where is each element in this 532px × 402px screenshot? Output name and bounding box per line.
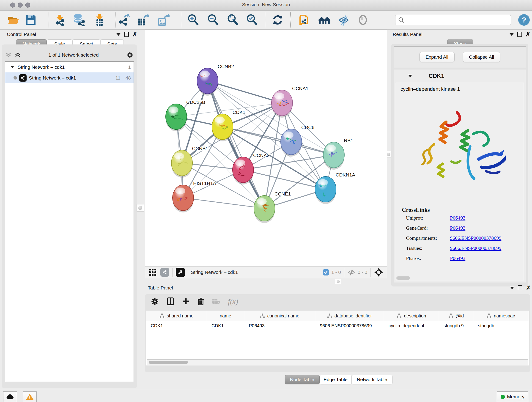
table-settings-gear-icon[interactable] <box>151 298 159 305</box>
edge-CCNB2-CCNE1[interactable] <box>208 81 264 208</box>
cloud-status-button[interactable] <box>3 391 17 402</box>
zoom-fit-button[interactable] <box>226 13 239 26</box>
expand-all-icon[interactable] <box>15 52 21 58</box>
network-canvas[interactable]: CCNB2CCNA1CDC25BCDK1CDC6RB1CCNB1CCNA2CDK… <box>145 30 387 278</box>
import-network-database-button[interactable] <box>72 13 85 26</box>
tab-node-table[interactable]: Node Table <box>285 375 320 384</box>
table-header-row: shared namenamecanonical namedatabase id… <box>146 311 529 321</box>
network-graph[interactable]: CCNB2CCNA1CDC25BCDK1CDC6RB1CCNB1CCNA2CDK… <box>145 30 387 266</box>
network-collection-row[interactable]: String Network – cdk1 1 <box>5 62 133 72</box>
delete-column-icon[interactable] <box>197 297 204 306</box>
tab-edge-table[interactable]: Edge Table <box>320 375 352 384</box>
help-button[interactable]: ? <box>518 14 530 26</box>
zoom-out-button[interactable] <box>207 13 220 26</box>
edge-CDK1-RB1[interactable] <box>222 127 334 155</box>
tab-network-table[interactable]: Network Table <box>352 375 393 384</box>
crosslink-link[interactable]: 9606.ENSP00000378699 <box>450 245 501 251</box>
import-network-file-button[interactable] <box>54 13 66 26</box>
network-overview-icon[interactable] <box>160 268 169 277</box>
column-tree-icon <box>159 313 165 318</box>
node-CCNB2[interactable]: CCNB2 <box>197 64 234 96</box>
panel-float-icon[interactable] <box>124 32 129 37</box>
panel-float-icon[interactable] <box>517 32 522 37</box>
table-horizontal-scrollbar[interactable] <box>147 359 528 365</box>
crosslink-link[interactable]: P06493 <box>450 215 465 221</box>
panel-collapse-icon[interactable] <box>510 287 514 289</box>
memory-button[interactable]: Memory <box>497 391 528 402</box>
column-header-canonical-name[interactable]: canonical name <box>244 311 315 321</box>
open-session-button[interactable] <box>7 13 20 26</box>
column-header-shared-name[interactable]: shared name <box>146 311 207 321</box>
open-folder-icon <box>7 14 19 26</box>
table-row[interactable]: CDK1CDK1P064939606.ENSP00000378699cyclin… <box>146 321 529 331</box>
add-column-icon[interactable] <box>182 298 190 305</box>
search-box[interactable] <box>395 15 511 25</box>
node-label-CCNB2: CCNB2 <box>218 64 234 69</box>
collection-expand-icon[interactable] <box>11 66 14 68</box>
node-RB1[interactable]: RB1 <box>323 138 353 170</box>
gear-icon[interactable] <box>127 51 133 58</box>
open-in-new-icon[interactable] <box>176 268 185 277</box>
show-columns-icon[interactable] <box>167 297 174 306</box>
export-table-button[interactable] <box>137 13 149 26</box>
column-header-database-identifier[interactable]: database identifier <box>315 311 384 321</box>
table-panel-tabs: Node TableEdge TableNetwork Table <box>145 375 532 384</box>
collapse-all-icon[interactable] <box>6 52 12 58</box>
panel-collapse-icon[interactable] <box>116 33 120 36</box>
warning-status-button[interactable] <box>23 391 37 402</box>
node-HIST1H1A[interactable]: HIST1H1A <box>172 181 216 212</box>
left-splitter-handle[interactable] <box>137 204 144 211</box>
node-table[interactable]: shared namenamecanonical namedatabase id… <box>146 311 529 366</box>
column-header-namespac[interactable]: namespac <box>473 311 528 321</box>
node-CCNE1[interactable]: CCNE1 <box>254 191 291 223</box>
database-import-icon <box>72 13 85 26</box>
panel-close-icon[interactable]: ✗ <box>133 32 137 37</box>
selected-checkbox-icon[interactable] <box>323 269 329 275</box>
collapse-all-button[interactable]: Collapse All <box>463 52 500 62</box>
column-header-name[interactable]: name <box>207 311 244 321</box>
edge-HIST1H1A-CCNE1[interactable] <box>183 198 264 208</box>
panel-close-icon[interactable]: ✗ <box>526 32 530 37</box>
column-header-description[interactable]: description <box>384 311 439 321</box>
table-panel: Table Panel ✗ <box>145 284 532 390</box>
results-scrollbar-thumb[interactable] <box>396 276 410 280</box>
column-header--id[interactable]: @id <box>439 311 473 321</box>
node-CDK1[interactable]: CDK1 <box>212 109 245 141</box>
show-glass-button[interactable] <box>356 13 369 26</box>
save-session-button[interactable] <box>24 13 37 26</box>
export-network-button[interactable] <box>117 13 130 26</box>
refresh-icon <box>272 14 284 26</box>
export-image-button[interactable] <box>157 13 170 26</box>
refresh-button[interactable] <box>271 13 284 26</box>
node-CDKN1A[interactable]: CDKN1A <box>315 172 355 204</box>
eye-icon <box>357 14 369 26</box>
gene-collapse-icon[interactable] <box>408 75 412 77</box>
search-input[interactable] <box>406 17 508 23</box>
expand-all-button[interactable]: Expand All <box>419 52 455 62</box>
column-label: description <box>404 313 426 319</box>
crosslink-link[interactable]: P06493 <box>450 225 465 231</box>
share-session-file-button[interactable] <box>298 13 311 26</box>
panel-float-icon[interactable] <box>518 285 522 290</box>
hide-glass-button[interactable] <box>337 13 350 26</box>
panel-close-icon[interactable]: ✗ <box>526 285 531 291</box>
crosslink-link[interactable]: P06493 <box>450 255 465 261</box>
import-table-file-button[interactable] <box>93 13 106 26</box>
string-home-button[interactable] <box>318 13 331 26</box>
scrollbar-thumb[interactable] <box>149 361 188 364</box>
bottom-splitter-handle[interactable] <box>335 279 341 284</box>
zoom-in-button[interactable] <box>187 13 200 26</box>
gene-card: cyclin–dependent kinase 1 <box>396 83 524 280</box>
birds-eye-grid-icon[interactable] <box>148 268 157 276</box>
export-table-icon <box>137 13 149 26</box>
network-row[interactable]: String Network – cdk1 11 48 <box>5 72 133 83</box>
zoom-selected-button[interactable] <box>246 13 259 26</box>
node-CCNA1[interactable]: CCNA1 <box>272 86 308 118</box>
crosslink-row: Compartments:9606.ENSP00000378699 <box>406 235 524 241</box>
edge-CCNB2-CCNA1[interactable] <box>208 81 282 103</box>
toolbar-separator <box>182 12 182 27</box>
panel-collapse-icon[interactable] <box>510 33 514 36</box>
hidden-eye-icon[interactable] <box>348 269 355 276</box>
fit-selected-crosshair-icon[interactable] <box>374 268 384 277</box>
crosslink-link[interactable]: 9606.ENSP00000378699 <box>450 235 501 241</box>
